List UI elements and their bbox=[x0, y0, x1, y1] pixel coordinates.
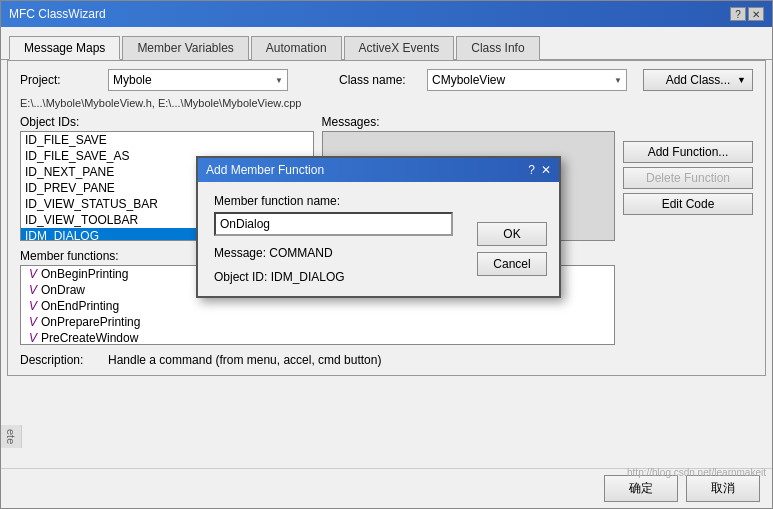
dialog-objectid-line: Object ID: IDM_DIALOG bbox=[214, 270, 453, 284]
dialog-field-label: Member function name: bbox=[214, 194, 453, 208]
dialog-buttons: OK Cancel bbox=[477, 222, 547, 276]
dialog-controls: ? ✕ bbox=[528, 163, 551, 177]
dialog-ok-button[interactable]: OK bbox=[477, 222, 547, 246]
dialog-help-button[interactable]: ? bbox=[528, 163, 535, 177]
dialog-overlay: Add Member Function ? ✕ Member function … bbox=[1, 1, 772, 508]
dialog-title: Add Member Function bbox=[206, 163, 324, 177]
dialog-content: Member function name: Message: COMMAND O… bbox=[198, 182, 559, 296]
dialog-close-button[interactable]: ✕ bbox=[541, 163, 551, 177]
member-function-name-input[interactable] bbox=[214, 212, 453, 236]
dialog-message-line: Message: COMMAND bbox=[214, 246, 453, 260]
dialog-cancel-button[interactable]: Cancel bbox=[477, 252, 547, 276]
add-member-function-dialog: Add Member Function ? ✕ Member function … bbox=[196, 156, 561, 298]
dialog-title-bar: Add Member Function ? ✕ bbox=[198, 158, 559, 182]
main-window: MFC ClassWizard ? ✕ Message Maps Member … bbox=[0, 0, 773, 509]
